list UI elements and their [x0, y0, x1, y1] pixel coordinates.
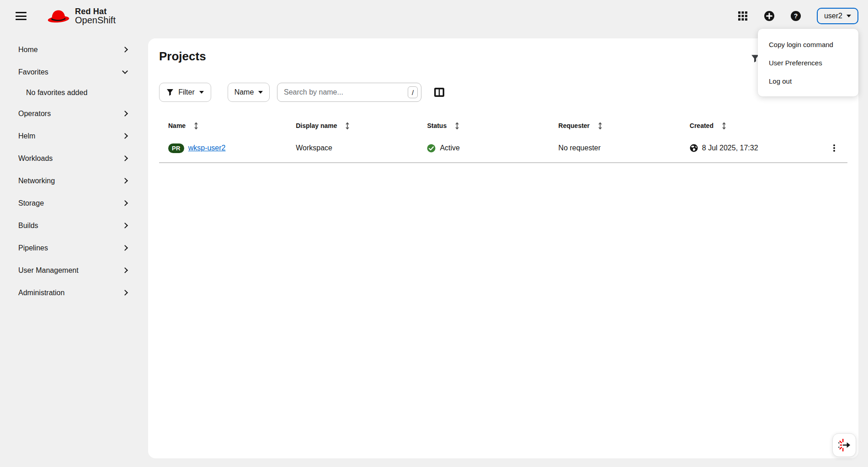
- sidebar-item-label: Operators: [18, 110, 51, 118]
- logo-line1: Red Hat: [75, 7, 116, 16]
- caret-down-icon: [847, 15, 851, 20]
- add-circle-icon[interactable]: [764, 11, 775, 21]
- favorites-empty-text: No favorites added: [0, 83, 148, 102]
- chevron-right-icon: [122, 133, 128, 139]
- kebab-menu-icon[interactable]: [821, 144, 847, 152]
- redhat-openshift-logo[interactable]: Red Hat OpenShift: [47, 7, 116, 25]
- column-header-requester[interactable]: Requester: [553, 122, 684, 130]
- column-header-label: Requester: [559, 122, 590, 129]
- sidebar-item-favorites[interactable]: Favorites: [0, 61, 148, 83]
- projects-table: Name Display name Status: [159, 117, 847, 163]
- sidebar-item-networking[interactable]: Networking: [0, 170, 148, 192]
- main-content-panel: Projects Filter Name /: [148, 38, 858, 458]
- chevron-right-icon: [122, 155, 128, 161]
- logo-line2: OpenShift: [75, 16, 116, 25]
- sidebar-nav: Home Favorites No favorites added Operat…: [0, 32, 148, 467]
- user-menu-label: user2: [824, 12, 842, 20]
- user-dropdown-menu: Copy login command User Preferences Log …: [758, 29, 858, 96]
- sidebar-item-label: Workloads: [18, 154, 53, 163]
- cell-display-name: Workspace: [290, 144, 421, 152]
- check-circle-icon: [427, 144, 436, 153]
- chevron-right-icon: [122, 47, 128, 53]
- sidebar-item-label: Home: [18, 46, 38, 54]
- chevron-right-icon: [122, 290, 128, 296]
- table-row: PR wksp-user2 Workspace Active No reques…: [159, 134, 847, 163]
- table-header-row: Name Display name Status: [159, 117, 847, 134]
- cell-status: Active: [421, 144, 553, 153]
- lightspeed-icon: [837, 438, 851, 452]
- column-header-label: Display name: [296, 122, 337, 129]
- projects-toolbar: Filter Name /: [159, 83, 847, 102]
- sort-icon: [722, 122, 726, 130]
- filter-button[interactable]: Filter: [159, 83, 211, 102]
- column-header-created[interactable]: Created: [684, 122, 815, 130]
- sort-icon: [345, 122, 350, 130]
- globe-icon: [690, 144, 698, 152]
- sort-icon: [194, 122, 198, 130]
- chevron-right-icon: [122, 178, 128, 184]
- column-management-icon[interactable]: [434, 88, 444, 97]
- chevron-down-icon: [122, 68, 128, 74]
- sidebar-item-label: Helm: [18, 132, 35, 140]
- masthead: Red Hat OpenShift ?: [0, 0, 868, 32]
- sidebar-item-label: Pipelines: [18, 244, 48, 252]
- user-menu-button[interactable]: user2: [817, 8, 858, 24]
- created-text: 8 Jul 2025, 17:32: [702, 144, 758, 152]
- cell-created: 8 Jul 2025, 17:32: [684, 144, 815, 152]
- apps-grid-icon[interactable]: [737, 11, 748, 21]
- filter-attribute-dropdown[interactable]: Name: [228, 83, 270, 102]
- project-badge: PR: [168, 143, 184, 153]
- redhat-fedora-icon: [47, 7, 70, 25]
- search-field-wrapper: /: [277, 83, 421, 102]
- filter-attribute-label: Name: [234, 88, 254, 96]
- filter-funnel-icon: [166, 89, 174, 96]
- caret-down-icon: [258, 91, 263, 96]
- column-header-label: Created: [690, 122, 714, 129]
- column-header-display-name[interactable]: Display name: [290, 122, 421, 130]
- sidebar-item-workloads[interactable]: Workloads: [0, 147, 148, 170]
- sidebar-item-label: Storage: [18, 199, 44, 207]
- sidebar-item-label: Administration: [18, 289, 64, 297]
- cell-requester: No requester: [553, 144, 684, 152]
- page-title: Projects: [159, 49, 847, 64]
- hamburger-menu-icon[interactable]: [16, 12, 27, 20]
- sort-icon: [598, 122, 602, 130]
- masthead-actions: ? user2: [737, 0, 858, 32]
- column-header-label: Name: [168, 122, 186, 129]
- sidebar-item-storage[interactable]: Storage: [0, 192, 148, 214]
- logo-text: Red Hat OpenShift: [75, 7, 116, 25]
- status-text: Active: [440, 144, 460, 152]
- sort-icon: [455, 122, 459, 130]
- menu-item-user-preferences[interactable]: User Preferences: [758, 53, 858, 72]
- sidebar-item-label: Builds: [18, 222, 38, 230]
- sidebar-item-helm[interactable]: Helm: [0, 125, 148, 147]
- cell-actions: [815, 144, 847, 152]
- help-circle-icon[interactable]: ?: [790, 11, 801, 21]
- sidebar-item-label: Favorites: [18, 68, 48, 76]
- sidebar-item-home[interactable]: Home: [0, 38, 148, 61]
- lightspeed-launcher-button[interactable]: [832, 433, 856, 457]
- chevron-right-icon: [122, 111, 128, 117]
- sidebar-item-label: User Management: [18, 266, 79, 275]
- filter-button-label: Filter: [178, 88, 195, 96]
- sidebar-item-user-management[interactable]: User Management: [0, 259, 148, 281]
- menu-item-log-out[interactable]: Log out: [758, 72, 858, 90]
- cell-name: PR wksp-user2: [159, 143, 290, 153]
- column-header-label: Status: [427, 122, 447, 129]
- sidebar-item-operators[interactable]: Operators: [0, 102, 148, 125]
- chevron-right-icon: [122, 223, 128, 228]
- project-link[interactable]: wksp-user2: [188, 144, 226, 152]
- sidebar-item-administration[interactable]: Administration: [0, 281, 148, 304]
- search-input[interactable]: [277, 83, 421, 102]
- column-header-status[interactable]: Status: [421, 122, 553, 130]
- svg-text:?: ?: [794, 12, 798, 20]
- caret-down-icon: [199, 91, 204, 96]
- menu-item-copy-login-command[interactable]: Copy login command: [758, 35, 858, 53]
- slash-shortcut-badge: /: [408, 86, 418, 98]
- column-header-name[interactable]: Name: [159, 122, 290, 130]
- sidebar-item-builds[interactable]: Builds: [0, 214, 148, 237]
- sidebar-item-label: Networking: [18, 177, 55, 185]
- sidebar-item-pipelines[interactable]: Pipelines: [0, 237, 148, 259]
- chevron-right-icon: [122, 245, 128, 251]
- chevron-right-icon: [122, 200, 128, 206]
